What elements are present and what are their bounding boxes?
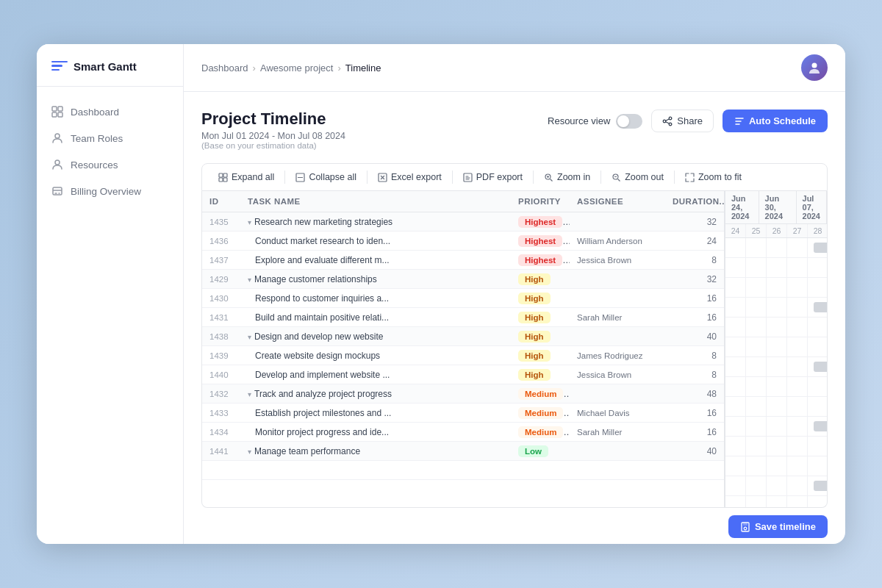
share-button[interactable]: Share [651, 110, 714, 132]
gantt-cell [808, 337, 827, 356]
sidebar-item-resources[interactable]: Resources [37, 151, 183, 178]
task-row[interactable]: 1433 Establish project milestones and ..… [202, 404, 724, 423]
gantt-toolbar: Expand all Collapse all Excel [201, 163, 828, 191]
save-timeline-button[interactable]: Save timeline [728, 515, 828, 538]
task-row[interactable]: 1439 Create website design mockups High … [202, 346, 724, 365]
gantt-body: William AndersonJessica BrownSarah Mille… [725, 238, 827, 507]
zoom-in-button[interactable]: Zoom in [537, 169, 598, 185]
sidebar-item-resources-label: Resources [71, 159, 118, 171]
zoom-out-label: Zoom out [625, 172, 664, 182]
user-avatar[interactable] [801, 54, 828, 81]
gantt-cell [767, 318, 787, 337]
task-assignee [570, 391, 665, 397]
breadcrumb-sep1: › [253, 62, 256, 74]
task-row[interactable]: 1430 Respond to customer inquiries a... … [202, 289, 724, 308]
priority-badge: Medium [518, 426, 563, 438]
gantt-row: Jessica Brown [725, 397, 827, 417]
resource-view-switch[interactable] [616, 114, 642, 129]
col-id: ID [202, 191, 240, 212]
task-name: Develop and implement website ... [240, 367, 511, 383]
priority-badge: Highest [518, 235, 562, 247]
priority-badge: Low [518, 445, 548, 457]
gantt-chart[interactable]: Jun 24, 2024Jun 30, 2024Jul 07, 2024 242… [725, 191, 827, 507]
gantt-row [725, 238, 827, 258]
gantt-week-label: Jun 24, 2024 [725, 191, 759, 223]
task-name: ▾Track and analyze project progress [240, 386, 511, 402]
task-assignee: James Rodriguez [570, 348, 665, 363]
gantt-cell [767, 258, 787, 277]
gantt-day: 28 [808, 224, 827, 237]
gantt-row [725, 417, 827, 437]
priority-badge: Highest [518, 216, 562, 228]
task-duration: 24 [665, 233, 724, 249]
expand-icon [218, 173, 228, 182]
svg-rect-32 [743, 523, 747, 526]
task-id: 1434 [202, 425, 240, 440]
zoom-out-button[interactable]: Zoom out [604, 169, 671, 185]
task-row[interactable]: 1429 ▾Manage customer relationships High… [202, 270, 724, 289]
collapse-all-button[interactable]: Collapse all [288, 169, 364, 185]
page-title: Project Timeline [201, 110, 345, 129]
task-duration: 40 [665, 443, 724, 459]
page-subtitle: (Base on your estimation data) [201, 141, 345, 150]
task-priority: Highest [511, 251, 570, 269]
gantt-row [725, 476, 827, 496]
gantt-cell [808, 278, 827, 297]
gantt-cell [767, 337, 787, 356]
task-name: ▾Manage customer relationships [240, 271, 511, 287]
task-duration: 32 [665, 271, 724, 287]
breadcrumb-dashboard[interactable]: Dashboard [201, 62, 248, 74]
gantt-cell [808, 357, 827, 376]
gantt-weeks-row: Jun 24, 2024Jun 30, 2024Jul 07, 2024 [725, 191, 827, 224]
svg-rect-19 [223, 178, 227, 182]
gantt-cell [808, 318, 827, 337]
task-row[interactable]: 1431 Build and maintain positive relati.… [202, 308, 724, 327]
gantt-cell [787, 456, 808, 476]
task-assignee: Michael Davis [570, 406, 665, 420]
task-row[interactable]: 1440 Develop and implement website ... H… [202, 365, 724, 384]
gantt-cell [808, 258, 827, 277]
task-duration: 16 [665, 424, 724, 440]
auto-schedule-button[interactable]: Auto Schedule [723, 110, 828, 132]
gantt-cell [746, 496, 767, 507]
dashboard-icon [51, 106, 63, 118]
zoom-fit-button[interactable]: Zoom to fit [678, 169, 749, 185]
task-row[interactable]: 1435 ▾Research new marketing strategies … [202, 212, 724, 232]
resource-view-label: Resource view [548, 115, 610, 126]
gantt-chart-header: Jun 24, 2024Jun 30, 2024Jul 07, 2024 242… [725, 191, 827, 238]
task-row[interactable]: 1436 Conduct market research to iden... … [202, 232, 724, 251]
col-priority: PRIORITY [511, 191, 570, 212]
task-row[interactable]: 1437 Explore and evaluate different m...… [202, 251, 724, 270]
priority-badge: High [518, 350, 551, 362]
toolbar-sep6 [674, 171, 675, 184]
excel-export-button[interactable]: Excel export [370, 169, 449, 185]
task-row[interactable]: 1434 Monitor project progress and ide...… [202, 423, 724, 442]
breadcrumb-project[interactable]: Awesome project [260, 62, 333, 74]
task-assignee [570, 467, 665, 473]
sidebar-item-dashboard[interactable]: Dashboard [37, 98, 183, 125]
task-priority: Highest [511, 232, 570, 250]
gantt-cell [787, 397, 808, 416]
gantt-cell [787, 298, 808, 317]
logo-icon [51, 61, 68, 73]
priority-badge: Medium [518, 407, 563, 419]
gantt-cell [787, 437, 808, 456]
task-duration: 8 [665, 348, 724, 364]
expand-all-button[interactable]: Expand all [211, 169, 282, 185]
gantt-cell [746, 437, 767, 456]
sidebar-logo: Smart Gantt [37, 44, 183, 87]
task-id: 1432 [202, 387, 240, 401]
task-row[interactable]: 1438 ▾Design and develop new website Hig… [202, 327, 724, 346]
sidebar-item-team-roles[interactable]: Team Roles [37, 125, 183, 151]
task-row[interactable] [202, 461, 724, 480]
pdf-export-button[interactable]: PDF export [456, 169, 530, 185]
task-name: ▾Manage team performance [240, 443, 511, 459]
priority-badge: Highest [518, 254, 562, 266]
task-row[interactable]: 1441 ▾Manage team performance Low 40 [202, 442, 724, 461]
task-duration: 32 [665, 214, 724, 230]
task-row[interactable]: 1432 ▾Track and analyze project progress… [202, 384, 724, 404]
sidebar-item-billing[interactable]: Billing Overview [37, 178, 183, 204]
svg-point-10 [669, 123, 672, 126]
gantt-week-label: Jul 07, 2024 [797, 191, 827, 223]
task-duration: 16 [665, 405, 724, 421]
